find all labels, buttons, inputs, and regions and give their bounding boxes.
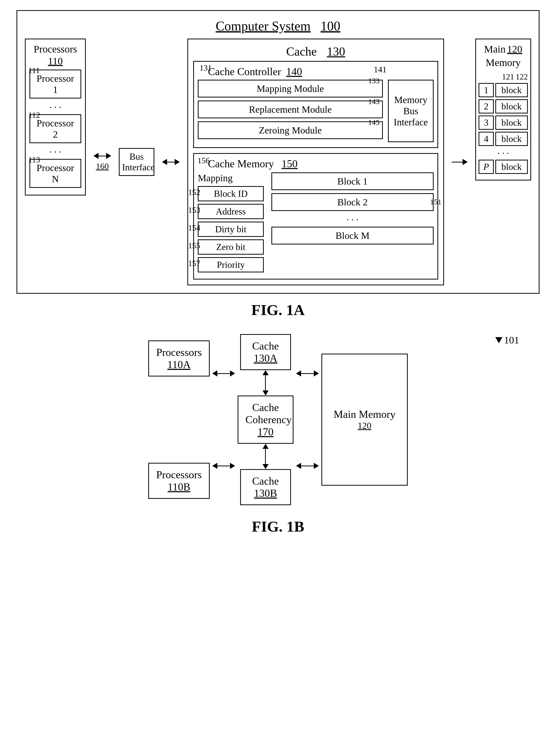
processors-b-box: Processors 110B <box>148 463 210 499</box>
replacement-module-box: 143 Replacement Module <box>198 101 383 118</box>
mm-block-3: block <box>495 115 528 130</box>
arrow-line2 <box>167 162 175 163</box>
bi-arrow-a <box>212 370 235 376</box>
cache-controller-box: 131 Cache Controller 140 141 133 Mapping… <box>193 61 438 148</box>
main-memory-box: Main 120 Memory 121 122 1 block 2 block … <box>475 39 531 180</box>
arrowhead-la-icon <box>212 370 217 376</box>
block1-label: Block 1 <box>338 176 368 187</box>
cache-a-label: Cache <box>248 340 283 352</box>
blockM-box: Block M <box>271 227 433 245</box>
cache-controller-ref: 140 <box>286 66 302 78</box>
proc2-ref: 112 <box>28 110 40 120</box>
block-id-label: Block ID <box>214 189 248 199</box>
dirty-bit-ref: 154 <box>188 223 200 232</box>
cache-a-box: Cache 130A <box>240 334 291 370</box>
mm-block-P: block <box>495 160 528 174</box>
bi-arrow-rb <box>296 463 319 469</box>
v-arrow-cache-a <box>263 370 269 396</box>
arrowhead-d1-icon <box>263 390 269 396</box>
mapping-column: Mapping 152 Block ID 153 Address <box>198 172 264 275</box>
mm-title-line: Main 120 <box>479 43 528 55</box>
processor-2-box: 112 Processor 2 <box>30 114 81 143</box>
fig1b-layout: Processors 110A Processors 110B <box>16 334 540 505</box>
dirty-bit-label: Dirty bit <box>215 224 246 234</box>
cc-sub-ref: 141 <box>374 65 387 74</box>
mm-P-label: P <box>479 160 494 174</box>
zeroing-module-label: Zeroing Module <box>259 125 322 136</box>
zero-bit-label: Zero bit <box>216 242 245 252</box>
mm-4-label: 4 <box>479 132 494 146</box>
cc-title: 131 Cache Controller 140 <box>198 66 433 78</box>
cache-ref: 130 <box>327 44 345 59</box>
arrow-right-icon <box>106 153 111 159</box>
arrowhead-d2-icon <box>263 464 269 469</box>
mm-row-1: 1 block <box>479 83 528 97</box>
h-line-ra <box>301 373 314 374</box>
block2-box: 151 Block 2 <box>271 193 433 211</box>
mm-2-label: 2 <box>479 99 494 113</box>
fig1a-caption: FIG. 1A <box>15 301 541 319</box>
procN-ref: 113 <box>28 155 40 165</box>
proc1-num: 1 <box>33 84 78 95</box>
arrow-to-mm-icon <box>462 159 467 165</box>
cache-b-label: Cache <box>248 475 283 487</box>
cache-outer-box: Cache 130 131 Cache Controller 140 141 1… <box>187 39 444 285</box>
main-memory-ref: 120 <box>507 43 522 55</box>
fig1b-right-arrows <box>296 370 319 469</box>
cache-coherency-ref: 170 <box>245 426 286 438</box>
mm-3-label: 3 <box>479 115 494 130</box>
mapping-module-ref: 133 <box>368 76 380 85</box>
dirty-bit-box: Dirty bit <box>198 222 264 237</box>
main-memory-fig1b-ref: 120 <box>358 421 372 431</box>
cache-memory-ref: 150 <box>282 158 298 170</box>
fig1b-left-arrows <box>212 370 235 469</box>
block-id-item: 152 Block ID <box>198 186 264 201</box>
block2-label: Block 2 <box>338 197 368 207</box>
mapping-module-box: 133 Mapping Module <box>198 80 383 98</box>
mm-block-2: block <box>495 99 528 113</box>
block1-box: Block 1 <box>271 172 433 190</box>
arrow-left-icon <box>94 153 99 159</box>
left-connector: 160 <box>94 153 111 171</box>
arrowhead-lrb-icon <box>296 463 301 469</box>
processors-a-label: Processors <box>156 346 202 358</box>
mm-row-2: 2 block <box>479 99 528 113</box>
h-line-a <box>217 373 230 374</box>
cache-memory-box: 156 Cache Memory 150 Mapping 152 Block I… <box>193 153 438 280</box>
cache-label: Cache <box>286 44 317 59</box>
mm-row-3: 3 block <box>479 115 528 130</box>
cache-coherency-label: Cache Coherency <box>245 401 286 426</box>
bi-arrow-b <box>212 463 235 469</box>
processors-box: Processors 110 111 Processor 1 · · · 112… <box>25 39 86 195</box>
main-memory-fig1b-ref-line: 120 <box>334 421 395 431</box>
mm-refs-line: 121 122 <box>479 72 528 81</box>
zero-bit-box: Zero bit <box>198 240 264 255</box>
arrow-right2-icon <box>175 159 180 165</box>
block-id-ref: 152 <box>188 188 200 197</box>
replacement-module-ref: 143 <box>368 97 380 106</box>
zeroing-module-box: 145 Zeroing Module <box>198 121 383 139</box>
address-label: Address <box>216 206 246 217</box>
address-box: Address <box>198 204 264 219</box>
computer-system-label: Computer System <box>215 19 311 33</box>
mm-row-P: P block <box>479 160 528 174</box>
arrowhead-ra-icon <box>230 370 235 376</box>
cache-b-box: Cache 130B <box>240 469 291 505</box>
cache-coherency-box: Cache Coherency 170 <box>238 396 293 444</box>
v-arrow-coherency-b <box>263 444 269 469</box>
priority-label: Priority <box>217 260 245 270</box>
bus-to-cache-connector <box>162 159 180 165</box>
proc2-num: 2 <box>33 129 78 140</box>
mapping-module-label: Mapping Module <box>257 83 324 94</box>
processor-1-box: 111 Processor 1 <box>30 70 81 99</box>
replacement-module-label: Replacement Module <box>249 104 332 115</box>
bus-interface-131-ref: 131 <box>200 63 212 73</box>
processors-ref: 110 <box>30 55 81 67</box>
cache-a-ref: 130A <box>248 352 283 364</box>
processors-b-label: Processors <box>156 469 202 481</box>
arrow-line <box>99 156 106 156</box>
cache-memory-title: Cache Memory 150 <box>208 158 433 170</box>
main-memory-label: Main <box>484 43 506 55</box>
block-id-box: Block ID <box>198 186 264 201</box>
bus-interface-label: Bus Interface <box>122 151 151 173</box>
